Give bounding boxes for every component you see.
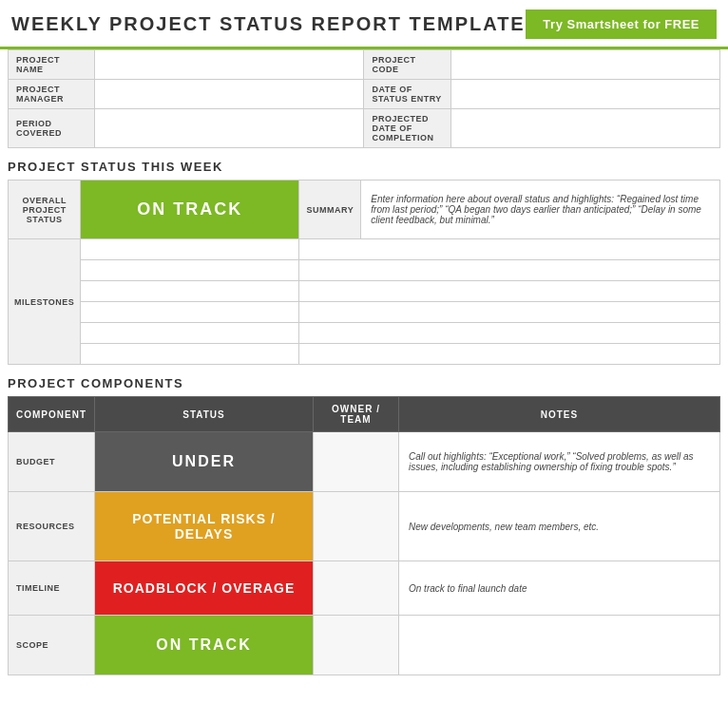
comp-notes-1: New developments, new team members, etc. [399,492,720,561]
milestone-summary-5 [299,323,720,344]
component-row-3: SCOPE ON TRACK [9,616,720,675]
info-left-value-0 [95,50,364,80]
try-smartsheet-button[interactable]: Try Smartsheet for FREE [526,10,717,39]
milestone-summary-4 [299,302,720,323]
comp-notes-3 [399,616,720,675]
page-title: WEEKLY PROJECT STATUS REPORT TEMPLATE [11,13,526,35]
comp-status-3: ON TRACK [95,616,314,675]
component-header: COMPONENT [9,397,95,432]
component-row-2: TIMELINE ROADBLOCK / OVERAGE On track to… [9,561,720,616]
milestone-cell-5 [81,323,299,344]
header: WEEKLY PROJECT STATUS REPORT TEMPLATE Tr… [0,0,728,49]
milestone-cell-6 [81,344,299,365]
milestone-summary-6 [299,344,720,365]
component-row-0: BUDGET UNDER Call out highlights: “Excep… [9,432,720,492]
info-right-value-0 [450,50,719,80]
overall-project-status-label: OVERALL PROJECT STATUS [9,180,81,239]
on-track-status: ON TRACK [81,180,299,239]
info-left-label-1: PROJECT MANAGER [9,80,95,109]
info-row-1: PROJECT MANAGER DATE OF STATUS ENTRY [9,80,720,109]
info-row-0: PROJECT NAME PROJECT CODE [9,50,720,80]
info-row-2: PERIOD COVERED PROJECTED DATE OF COMPLET… [9,109,720,148]
comp-label-1: RESOURCES [9,492,95,561]
milestone-cell-1 [81,239,299,260]
comp-notes-2: On track to final launch date [399,561,720,616]
comp-status-1: POTENTIAL RISKS / DELAYS [95,492,314,561]
comp-status-2: ROADBLOCK / OVERAGE [95,561,314,616]
milestone-cell-2 [81,260,299,281]
milestones-label: MILESTONES [9,239,81,365]
owner-header: OWNER / TEAM [314,397,399,432]
info-right-value-2 [450,109,719,148]
comp-owner-3 [314,616,399,675]
info-right-label-2: PROJECTED DATE OF COMPLETION [364,109,450,148]
comp-notes-0: Call out highlights: “Exceptional work,”… [399,432,720,492]
comp-label-0: BUDGET [9,432,95,492]
comp-owner-0 [314,432,399,492]
comp-status-0: UNDER [95,432,314,492]
summary-text: Enter information here about overall sta… [361,180,720,239]
info-left-label-0: PROJECT NAME [9,50,95,80]
milestone-cell-4 [81,302,299,323]
status-this-week-table: OVERALL PROJECT STATUS ON TRACK SUMMARY … [8,180,720,365]
status-header: STATUS [95,397,314,432]
info-right-value-1 [450,80,719,109]
info-left-value-2 [95,109,364,148]
info-table: PROJECT NAME PROJECT CODE PROJECT MANAGE… [8,49,720,148]
info-left-label-2: PERIOD COVERED [9,109,95,148]
milestone-summary-2 [299,260,720,281]
info-right-label-1: DATE OF STATUS ENTRY [364,80,450,109]
milestone-summary-1 [299,239,720,260]
milestone-cell-3 [81,281,299,302]
section1-title: PROJECT STATUS THIS WEEK [8,148,720,180]
notes-header: NOTES [399,397,720,432]
comp-label-2: TIMELINE [9,561,95,616]
comp-owner-1 [314,492,399,561]
section2-title: PROJECT COMPONENTS [8,365,720,396]
milestone-summary-3 [299,281,720,302]
comp-owner-2 [314,561,399,616]
components-table: COMPONENT STATUS OWNER / TEAM NOTES BUDG… [8,396,720,675]
component-row-1: RESOURCES POTENTIAL RISKS / DELAYS New d… [9,492,720,561]
info-right-label-0: PROJECT CODE [364,50,450,80]
info-left-value-1 [95,80,364,109]
summary-label: SUMMARY [299,180,361,239]
comp-label-3: SCOPE [9,616,95,675]
